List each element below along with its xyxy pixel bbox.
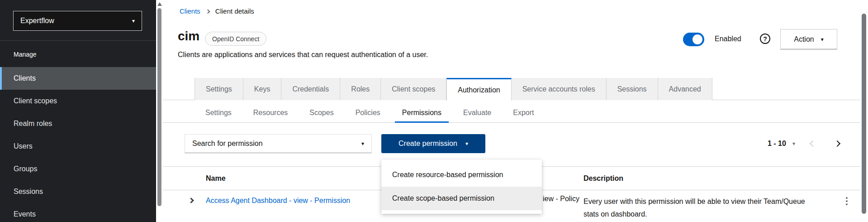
column-header-name: Name [206, 174, 226, 183]
realm-selector-label: Expertflow [20, 17, 54, 25]
sidebar-scrollbar[interactable] [156, 0, 163, 222]
scroll-up-icon[interactable] [157, 2, 162, 6]
subtab-policies[interactable]: Policies [348, 104, 388, 123]
sidebar-item-events[interactable]: Events [0, 203, 156, 222]
subtab-scopes[interactable]: Scopes [302, 104, 341, 123]
authorization-subtabs: Settings Resources Scopes Policies Permi… [198, 104, 541, 123]
tab-credentials[interactable]: Credentials [281, 78, 340, 100]
search-permission-select[interactable]: Search for permission ▾ [185, 134, 372, 153]
tab-roles[interactable]: Roles [340, 78, 381, 100]
page-title: cim [178, 29, 199, 43]
action-label: Action [794, 35, 814, 43]
sidebar-item-sessions[interactable]: Sessions [0, 180, 156, 203]
breadcrumb-current: Client details [215, 7, 254, 15]
row-expand-chevron-icon[interactable] [188, 198, 194, 203]
client-tabs-bar: Settings Keys Credentials Roles Client s… [163, 78, 860, 100]
chevron-down-icon[interactable]: ▾ [792, 141, 795, 146]
subtab-export[interactable]: Export [506, 104, 541, 123]
next-page-icon[interactable] [834, 140, 840, 147]
menu-item-create-resource-based-permission[interactable]: Create resource-based permission [381, 163, 542, 187]
protocol-badge: OpenID Connect [205, 32, 266, 46]
tab-sessions[interactable]: Sessions [607, 78, 658, 100]
permission-description: Every user with this permission will be … [583, 195, 805, 221]
subtab-resources[interactable]: Resources [246, 104, 295, 123]
scrollbar-thumb[interactable] [157, 8, 161, 206]
permission-name-link[interactable]: Access Agent Dashboard - view - Permissi… [206, 197, 350, 205]
kebab-menu-icon[interactable] [842, 195, 851, 208]
chevron-right-icon [205, 9, 210, 14]
chevron-down-icon: ▾ [465, 141, 468, 146]
tab-client-scopes[interactable]: Client scopes [381, 78, 446, 100]
sidebar-item-client-scopes[interactable]: Client scopes [0, 90, 156, 112]
tab-authorization[interactable]: Authorization [446, 78, 511, 101]
page-scrollbar[interactable] [860, 0, 868, 222]
sidebar-item-clients[interactable]: Clients [0, 67, 156, 90]
realm-selector[interactable]: Expertflow ▾ [13, 11, 142, 31]
subtab-settings[interactable]: Settings [198, 104, 239, 123]
subtab-permissions[interactable]: Permissions [395, 104, 449, 123]
tab-service-accounts-roles[interactable]: Service accounts roles [512, 78, 607, 100]
pagination: 1 - 10 ▾ [768, 134, 840, 153]
sidebar-item-groups[interactable]: Groups [0, 158, 156, 180]
question-circle-icon[interactable]: ? [760, 34, 770, 44]
page-subtitle: Clients are applications and services th… [178, 51, 428, 59]
chevron-down-icon: ▾ [132, 18, 135, 24]
tab-advanced[interactable]: Advanced [658, 78, 712, 100]
search-permission-label: Search for permission [192, 140, 263, 148]
tab-settings[interactable]: Settings [194, 78, 243, 100]
sidebar-nav: Clients Client scopes Realm roles Users … [0, 67, 156, 222]
chevron-down-icon: ▾ [361, 141, 364, 146]
create-permission-menu: Create resource-based permission Create … [381, 159, 542, 214]
column-header-description: Description [583, 174, 623, 183]
sidebar: Expertflow ▾ Manage Clients Client scope… [0, 0, 156, 222]
sidebar-item-users[interactable]: Users [0, 135, 156, 158]
previous-page-icon[interactable] [810, 140, 816, 147]
client-tabs: Settings Keys Credentials Roles Client s… [194, 78, 712, 101]
chevron-down-icon: ▾ [821, 37, 824, 42]
sidebar-divider [0, 40, 156, 41]
action-dropdown-button[interactable]: Action ▾ [780, 29, 837, 49]
toggle-knob [693, 34, 702, 44]
subtab-evaluate[interactable]: Evaluate [456, 104, 498, 123]
breadcrumb-clients-link[interactable]: Clients [180, 7, 200, 15]
sidebar-item-realm-roles[interactable]: Realm roles [0, 112, 156, 135]
keycloak-admin-console: Expertflow ▾ Manage Clients Client scope… [0, 0, 868, 222]
tab-keys[interactable]: Keys [243, 78, 282, 100]
scrollbar-thumb[interactable] [862, 14, 866, 214]
permission-policy-partial: iew - Policy [543, 195, 579, 203]
sidebar-section-label: Manage [14, 51, 37, 58]
breadcrumb: Clients Client details [180, 7, 254, 15]
main-content: Clients Client details cim OpenID Connec… [163, 0, 860, 222]
enabled-toggle[interactable] [683, 33, 704, 46]
menu-item-create-scope-based-permission[interactable]: Create scope-based permission [381, 187, 542, 210]
create-permission-button[interactable]: Create permission ▾ [381, 134, 485, 153]
enabled-label: Enabled [715, 35, 741, 43]
authorization-subtabs-bar: Settings Resources Scopes Policies Permi… [163, 104, 860, 123]
pagination-range: 1 - 10 [768, 140, 786, 148]
